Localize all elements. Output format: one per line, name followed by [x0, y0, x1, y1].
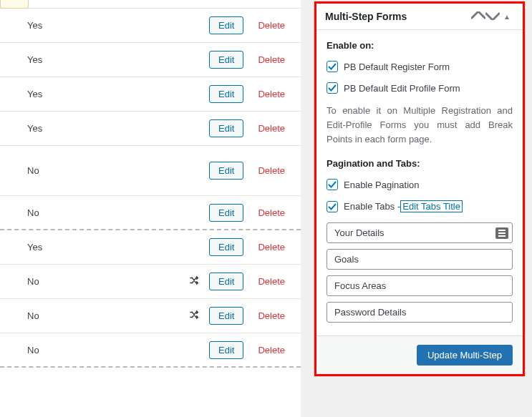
delete-link[interactable]: Delete: [258, 165, 285, 176]
row-value: Yes: [7, 20, 180, 31]
tab-title-input-wrap: [327, 275, 513, 296]
table-row: YesEditDelete: [0, 112, 301, 146]
panel-header: Multi-Step Forms ▲: [316, 4, 523, 30]
row-value: No: [7, 165, 180, 176]
row-value: No: [7, 276, 180, 287]
row-value: Yes: [7, 123, 180, 134]
delete-link[interactable]: Delete: [258, 345, 285, 355]
table-row: YesEditDelete: [0, 77, 301, 112]
checkbox-label: PB Default Register Form: [344, 62, 450, 72]
shuffle-icon[interactable]: [180, 310, 209, 322]
panel-body: Enable on: PB Default Register Form PB D…: [316, 30, 523, 335]
tag-stub: [0, 0, 29, 9]
checkbox-tabs[interactable]: [327, 201, 338, 212]
checkbox-pagination[interactable]: [327, 179, 338, 190]
edit-button[interactable]: Edit: [209, 204, 243, 222]
delete-link[interactable]: Delete: [258, 20, 285, 31]
panel-move-up-icon[interactable]: [471, 11, 485, 21]
delete-link[interactable]: Delete: [258, 89, 285, 99]
delete-link[interactable]: Delete: [258, 123, 285, 134]
edit-button[interactable]: Edit: [209, 119, 243, 137]
tab-title-input-wrap: [327, 222, 513, 243]
table-row: YesEditDelete: [0, 43, 301, 77]
checkbox-row-tabs: Enable Tabs - Edit Tabs Title: [327, 200, 513, 212]
panel-title: Multi-Step Forms: [325, 11, 471, 22]
enable-on-label: Enable on:: [327, 40, 513, 51]
pagination-tabs-label: Pagination and Tabs:: [327, 158, 513, 169]
table-row: NoEditDelete: [0, 146, 301, 196]
checkbox-row-edit-profile: PB Default Edit Profile Form: [327, 82, 513, 94]
row-value: Yes: [7, 54, 180, 65]
panel-move-down-icon[interactable]: [485, 11, 500, 21]
shuffle-icon[interactable]: [180, 275, 209, 288]
row-value: Yes: [7, 89, 180, 99]
table-row: NoEditDelete: [0, 196, 301, 230]
checkbox-label: Enable Tabs -: [344, 201, 400, 212]
tab-title-input-wrap: [327, 249, 513, 270]
panel-footer: Update Multi-Step: [316, 335, 523, 374]
edit-button[interactable]: Edit: [209, 273, 243, 290]
row-value: Yes: [7, 242, 180, 252]
table-row: NoEditDelete: [0, 265, 301, 299]
edit-button[interactable]: Edit: [209, 51, 243, 69]
edit-button[interactable]: Edit: [209, 307, 243, 325]
row-value: No: [7, 207, 180, 218]
fields-table: YesEditDeleteYesEditDeleteYesEditDeleteY…: [0, 0, 301, 417]
update-multi-step-button[interactable]: Update Multi-Step: [417, 345, 513, 366]
row-value: No: [7, 310, 180, 321]
tab-title-input[interactable]: [327, 275, 513, 296]
checkbox-edit-profile[interactable]: [327, 82, 338, 94]
checkbox-label: PB Default Edit Profile Form: [344, 83, 460, 94]
tab-title-input[interactable]: [327, 302, 513, 323]
table-row: [0, 0, 301, 9]
delete-link[interactable]: Delete: [258, 310, 285, 321]
checkbox-row-register: PB Default Register Form: [327, 61, 513, 72]
help-text: To enable it on Multiple Registration an…: [327, 104, 513, 147]
edit-button[interactable]: Edit: [209, 162, 243, 180]
delete-link[interactable]: Delete: [258, 207, 285, 218]
table-row: YesEditDelete: [0, 9, 301, 43]
password-manager-icon[interactable]: [495, 227, 508, 239]
edit-button[interactable]: Edit: [209, 85, 243, 103]
delete-link[interactable]: Delete: [258, 54, 285, 65]
edit-button[interactable]: Edit: [209, 16, 243, 34]
checkbox-label: Enable Pagination: [344, 180, 420, 190]
tab-title-input-wrap: [327, 302, 513, 323]
table-row: YesEditDelete: [0, 230, 301, 265]
table-row: NoEditDelete: [0, 333, 301, 368]
panel-collapse-icon[interactable]: ▲: [500, 13, 514, 21]
tab-title-input[interactable]: [327, 222, 513, 243]
edit-button[interactable]: Edit: [209, 238, 243, 256]
tab-title-input[interactable]: [327, 249, 513, 270]
delete-link[interactable]: Delete: [258, 276, 285, 287]
table-row: NoEditDelete: [0, 299, 301, 333]
checkbox-register[interactable]: [327, 61, 338, 72]
checkbox-row-pagination: Enable Pagination: [327, 179, 513, 190]
row-value: No: [7, 345, 180, 355]
edit-button[interactable]: Edit: [209, 341, 243, 359]
tab-inputs-group: [327, 222, 513, 323]
edit-tabs-title-link[interactable]: Edit Tabs Title: [400, 200, 463, 212]
delete-link[interactable]: Delete: [258, 242, 285, 252]
multi-step-panel: Multi-Step Forms ▲ Enable on: PB Default…: [314, 1, 525, 376]
